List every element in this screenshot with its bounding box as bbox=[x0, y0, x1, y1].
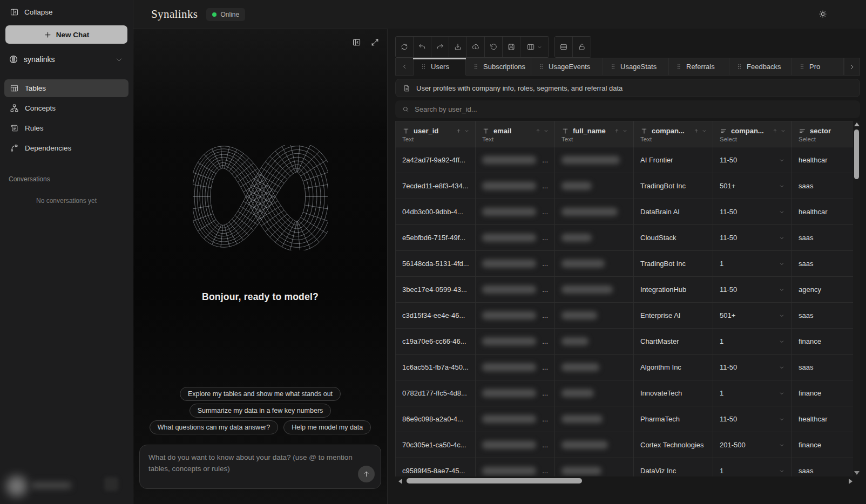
cell-full-name[interactable] bbox=[555, 277, 634, 303]
cell-email[interactable]: ... bbox=[476, 303, 555, 329]
user-action-icon[interactable] bbox=[104, 477, 118, 491]
cell-full-name[interactable] bbox=[555, 199, 634, 225]
tabs-scroll-right-button[interactable] bbox=[844, 58, 860, 76]
workspace-selector[interactable]: synalinks bbox=[0, 49, 133, 72]
cell-user-id[interactable]: 56148cda-5131-4fd... bbox=[396, 251, 476, 277]
cell-company-name[interactable]: DataViz Inc bbox=[634, 458, 713, 476]
cell-user-id[interactable]: c3d15f34-ee4e-46... bbox=[396, 303, 476, 329]
suggestion-chip[interactable]: Explore my tables and show me what stand… bbox=[180, 387, 341, 401]
table-row[interactable]: 70c305e1-ca50-4c......Cortex Technologie… bbox=[396, 432, 860, 458]
cell-sector[interactable]: saas bbox=[792, 173, 860, 199]
cell-company-size[interactable]: 1 bbox=[713, 329, 792, 355]
cell-email[interactable]: ... bbox=[476, 432, 555, 458]
cell-company-name[interactable]: TradingBot Inc bbox=[634, 251, 713, 277]
cell-full-name[interactable] bbox=[555, 225, 634, 251]
cell-user-id[interactable]: e5ebfbd6-715f-49f... bbox=[396, 225, 476, 251]
cell-full-name[interactable] bbox=[555, 173, 634, 199]
cell-company-size[interactable]: 1 bbox=[713, 380, 792, 406]
table-row[interactable]: 7ecded11-e8f3-434......TradingBot Inc501… bbox=[396, 173, 860, 199]
cell-user-id[interactable]: 2a42ad7f-9a92-4ff... bbox=[396, 147, 476, 173]
table-row[interactable]: 56148cda-5131-4fd......TradingBot Inc1sa… bbox=[396, 251, 860, 277]
table-row[interactable]: 86e9c098-a2a0-4......PharmaTech11-50heal… bbox=[396, 406, 860, 432]
cell-sector[interactable]: finance bbox=[792, 432, 860, 458]
table-row[interactable]: c3d15f34-ee4e-46......Enterprise AI501+s… bbox=[396, 303, 860, 329]
tab-users[interactable]: Users bbox=[414, 58, 466, 76]
cell-company-size[interactable]: 501+ bbox=[713, 303, 792, 329]
cell-company-name[interactable]: PharmaTech bbox=[634, 406, 713, 432]
refresh-button[interactable] bbox=[396, 37, 414, 57]
tab-subscriptions[interactable]: Subscriptions bbox=[466, 58, 531, 76]
cell-sector[interactable]: healthcar bbox=[792, 406, 860, 432]
scroll-right-arrow-icon[interactable] bbox=[849, 479, 853, 484]
cell-company-size[interactable]: 201-500 bbox=[713, 432, 792, 458]
suggestion-chip[interactable]: Help me model my data bbox=[283, 420, 371, 434]
table-row[interactable]: c9589f45-8ae7-45......DataViz Inc1saas bbox=[396, 458, 860, 476]
cell-company-size[interactable]: 11-50 bbox=[713, 199, 792, 225]
table-row[interactable]: c19a70e6-cc66-46......ChartMaster1financ… bbox=[396, 329, 860, 355]
sidebar-item-concepts[interactable]: Concepts bbox=[4, 99, 128, 117]
cell-email[interactable]: ... bbox=[476, 458, 555, 476]
column-header-3[interactable]: full_nameText bbox=[555, 121, 634, 147]
cell-company-size[interactable]: 11-50 bbox=[713, 406, 792, 432]
cell-company-name[interactable]: Algorithm Inc bbox=[634, 355, 713, 380]
cell-email[interactable]: ... bbox=[476, 147, 555, 173]
scroll-down-arrow-icon[interactable] bbox=[854, 471, 860, 475]
cell-sector[interactable]: saas bbox=[792, 355, 860, 380]
table-row[interactable]: 0782d177-ffc5-4d8......InnovateTech1fina… bbox=[396, 380, 860, 406]
tab-usagestats[interactable]: UsageStats bbox=[603, 58, 669, 76]
tab-usageevents[interactable]: UsageEvents bbox=[531, 58, 603, 76]
column-header-4[interactable]: compan...Text bbox=[634, 121, 713, 147]
suggestion-chip[interactable]: What questions can my data answer? bbox=[150, 420, 278, 434]
cell-user-id[interactable]: 0782d177-ffc5-4d8... bbox=[396, 380, 476, 406]
cell-email[interactable]: ... bbox=[476, 225, 555, 251]
horizontal-scrollbar[interactable] bbox=[395, 478, 853, 485]
cell-company-size[interactable]: 501+ bbox=[713, 173, 792, 199]
cell-full-name[interactable] bbox=[555, 380, 634, 406]
table-row[interactable]: 1c6ac551-fb7a-450......Algorithm Inc11-5… bbox=[396, 355, 860, 380]
vertical-scroll-thumb[interactable] bbox=[854, 130, 859, 179]
cell-company-name[interactable]: InnovateTech bbox=[634, 380, 713, 406]
download-button[interactable] bbox=[449, 37, 467, 57]
cell-sector[interactable]: saas bbox=[792, 458, 860, 476]
tabs-scroll-left-button[interactable] bbox=[395, 58, 414, 76]
cell-user-id[interactable]: 7ecded11-e8f3-434... bbox=[396, 173, 476, 199]
cell-sector[interactable]: finance bbox=[792, 329, 860, 355]
cell-sector[interactable]: saas bbox=[792, 303, 860, 329]
cell-company-name[interactable]: IntegrationHub bbox=[634, 277, 713, 303]
cell-user-id[interactable]: 04db3c00-9dbb-4... bbox=[396, 199, 476, 225]
cell-sector[interactable]: healthcar bbox=[792, 147, 860, 173]
theme-toggle-button[interactable] bbox=[817, 9, 828, 20]
cell-full-name[interactable] bbox=[555, 458, 634, 476]
cell-full-name[interactable] bbox=[555, 303, 634, 329]
cell-email[interactable]: ... bbox=[476, 406, 555, 432]
chat-expand-button[interactable] bbox=[370, 38, 380, 47]
cell-full-name[interactable] bbox=[555, 406, 634, 432]
cell-email[interactable]: ... bbox=[476, 251, 555, 277]
cell-full-name[interactable] bbox=[555, 432, 634, 458]
cell-company-name[interactable]: Cortex Technologies bbox=[634, 432, 713, 458]
suggestion-chip[interactable]: Summarize my data in a few key numbers bbox=[190, 404, 331, 418]
cell-email[interactable]: ... bbox=[476, 380, 555, 406]
cell-email[interactable]: ... bbox=[476, 329, 555, 355]
cell-company-name[interactable]: TradingBot Inc bbox=[634, 173, 713, 199]
cell-user-id[interactable]: c19a70e6-cc66-46... bbox=[396, 329, 476, 355]
undo-button[interactable] bbox=[414, 37, 431, 57]
column-header-1[interactable]: user_idText bbox=[396, 121, 476, 147]
cell-company-size[interactable]: 11-50 bbox=[713, 225, 792, 251]
cell-sector[interactable]: saas bbox=[792, 225, 860, 251]
rotate-button[interactable] bbox=[485, 37, 503, 57]
column-header-5[interactable]: compan...Select bbox=[713, 121, 792, 147]
cell-full-name[interactable] bbox=[555, 147, 634, 173]
save-button[interactable] bbox=[503, 37, 520, 57]
column-header-6[interactable]: sectorSelect bbox=[792, 121, 860, 147]
cell-sector[interactable]: saas bbox=[792, 251, 860, 277]
cell-company-size[interactable]: 11-50 bbox=[713, 147, 792, 173]
cell-user-id[interactable]: 1c6ac551-fb7a-450... bbox=[396, 355, 476, 380]
cell-email[interactable]: ... bbox=[476, 355, 555, 380]
cell-sector[interactable]: healthcar bbox=[792, 199, 860, 225]
cell-company-name[interactable]: CloudStack bbox=[634, 225, 713, 251]
cell-company-name[interactable]: DataBrain AI bbox=[634, 199, 713, 225]
new-chat-button[interactable]: New Chat bbox=[5, 25, 127, 44]
scroll-up-arrow-icon[interactable] bbox=[854, 122, 860, 126]
tab-referrals[interactable]: Referrals bbox=[669, 58, 729, 76]
